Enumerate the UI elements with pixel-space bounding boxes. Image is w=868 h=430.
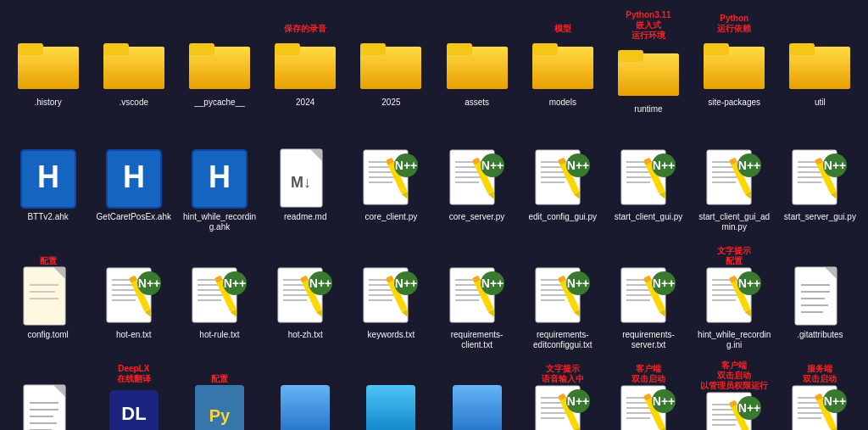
icon-hot_zh: N++ [275,266,336,327]
label-core_client: core_client.py [365,212,418,222]
file-item-hint_rec_exe[interactable]: 文字提示语音输入中 N++ hint_while_recording.exe [521,357,604,430]
svg-text:N++: N++ [309,276,331,290]
file-item-start_client_gui_admin[interactable]: N++ start_client_gui_admin.py [693,121,776,236]
file-item-assets[interactable]: assets [436,7,518,118]
file-item-req_server[interactable]: N++ requirements-server.txt [607,239,689,354]
file-item-core_client[interactable]: N++ core_client.py [350,121,432,236]
icon-req_editconfig: N++ [532,266,593,327]
file-item-hint_while_recording[interactable]: H hint_while_recording.ahk [178,121,260,236]
icon-start_server_gui: N++ [789,148,850,209]
file-item-gitignore[interactable]: .gitignore [7,357,89,430]
icon-ffprobe [447,384,508,430]
label-hot_rule: hot-rule.txt [199,330,239,340]
svg-text:N++: N++ [653,159,675,172]
file-item-config_toml[interactable]: 配置 config.toml [7,239,89,354]
file-item-edit_config_exe[interactable]: 配置 Py edit_config_gui.exe [178,357,260,430]
file-item-site-packages[interactable]: Python运行依赖 site-packages [693,7,776,118]
file-item-util[interactable]: util [779,7,861,118]
file-item-ffmpeg[interactable]: ffmpeg.exe [264,357,347,430]
label-readme: readme.md [284,212,327,222]
icon-gitattributes [789,266,850,327]
svg-text:N++: N++ [653,276,675,290]
file-item-keywords[interactable]: N++ keywords.txt [350,239,432,354]
label-hint_while_rec_ini: hint_while_recording.ini [696,330,772,350]
svg-text:Py: Py [209,406,231,425]
file-item-hot_rule[interactable]: N++ hot-rule.txt [178,239,260,354]
file-item-runtime[interactable]: Python3.11嵌入式运行环境 runtime [607,7,689,118]
label-req_server: requirements-server.txt [610,330,687,350]
icon-util [789,34,850,95]
annotation-start_client_admin_exe: 客户端双击启动以管理员权限运行 [700,360,768,391]
file-item-gitattributes[interactable]: .gitattributes [779,239,861,354]
file-item-pycache[interactable]: __pycache__ [178,7,260,118]
label-2025: 2025 [381,98,400,108]
svg-text:H: H [209,159,231,194]
file-item-deeplx_exe[interactable]: DeepLX在线翻译 DL deeplx_windows_amd64.exe [92,357,175,430]
svg-rect-14 [360,43,386,55]
file-item-GetCaretPosEx[interactable]: H GetCaretPosEx.ahk [92,121,175,236]
svg-rect-220 [366,385,415,430]
label-vscode: .vscode [120,98,148,108]
label-hot_en: hot-en.txt [116,330,152,340]
file-item-vscode[interactable]: .vscode [92,7,175,118]
label-core_server: core_server.py [449,212,505,222]
file-item-2025[interactable]: 2025 [350,7,432,118]
icon-req_server: N++ [618,266,679,327]
file-item-hot_en[interactable]: N++ hot-en.txt [92,239,175,354]
svg-text:N++: N++ [824,159,846,172]
svg-text:N++: N++ [567,159,589,172]
file-item-models[interactable]: 模型 models [521,7,604,118]
icon-BTTv2: H [18,148,79,209]
file-item-hot_zh[interactable]: N++ hot-zh.txt [264,239,347,354]
file-item-start_client_gui[interactable]: N++ start_client_gui.py [607,121,689,236]
file-item-req_client[interactable]: N++ requirements-client.txt [436,239,518,354]
file-item-hint_while_rec_ini[interactable]: 文字提示配置 N++ hint_while_recording.ini [693,239,776,354]
label-history: .history [34,98,61,108]
svg-rect-221 [453,385,502,430]
svg-text:N++: N++ [395,159,417,172]
file-item-edit_config_gui[interactable]: N++ edit_config_gui.py [521,121,604,236]
icon-config_toml [18,266,79,327]
file-item-BTTv2[interactable]: H BTTv2.ahk [7,121,89,236]
file-item-readme[interactable]: M↓ readme.md [264,121,347,236]
svg-text:N++: N++ [738,276,760,290]
svg-text:N++: N++ [395,276,417,290]
svg-text:N++: N++ [567,394,589,408]
file-item-history[interactable]: .history [7,7,89,118]
label-start_server_gui: start_server_gui.py [784,212,856,222]
label-assets: assets [465,98,489,108]
icon-edit_config_exe: Py [189,384,250,430]
annotation-deeplx_exe: DeepLX在线翻译 [117,360,151,384]
file-item-start_server_exe[interactable]: 服务端双击启动 N++ start_server_gui.exe [779,357,861,430]
svg-text:N++: N++ [224,276,246,290]
icon-site-packages [704,34,765,95]
icon-ffmpeg [275,384,336,430]
label-keywords: keywords.txt [368,330,415,340]
icon-pycache [189,34,250,95]
file-item-ffplay[interactable]: ffplay.exe [350,357,432,430]
file-item-start_client_exe[interactable]: 客户端双击启动 N++ start_client_gui.exe [607,357,689,430]
icon-2024 [275,34,336,95]
annotation-start_client_exe: 客户端双击启动 [632,360,665,384]
annotation-site-packages: Python运行依赖 [717,10,751,34]
icon-readme: M↓ [275,148,336,209]
svg-text:M↓: M↓ [291,174,311,191]
icon-start_client_admin_exe: N++ [704,391,765,430]
svg-rect-219 [281,385,330,430]
annotation-hint_rec_exe: 文字提示语音输入中 [542,360,584,384]
svg-text:N++: N++ [653,394,675,408]
svg-rect-20 [532,43,558,55]
svg-text:H: H [37,159,59,194]
file-item-core_server[interactable]: N++ core_server.py [436,121,518,236]
file-item-req_editconfig[interactable]: N++ requirements-editconfiggui.txt [521,239,604,354]
annotation-start_server_exe: 服务端双击启动 [803,360,837,384]
svg-rect-8 [189,43,214,55]
icon-core_server: N++ [447,148,508,209]
annotation-2024: 保存的录音 [284,10,326,34]
file-item-start_server_gui[interactable]: N++ start_server_gui.py [779,121,861,236]
file-item-start_client_admin_exe[interactable]: 客户端双击启动以管理员权限运行 N++ start_client_gui_adm… [693,357,776,430]
label-GetCaretPosEx: GetCaretPosEx.ahk [97,212,171,222]
file-item-2024[interactable]: 保存的录音 2024 [264,7,347,118]
svg-text:N++: N++ [738,159,760,172]
file-item-ffprobe[interactable]: ffprobe.exe [436,357,518,430]
